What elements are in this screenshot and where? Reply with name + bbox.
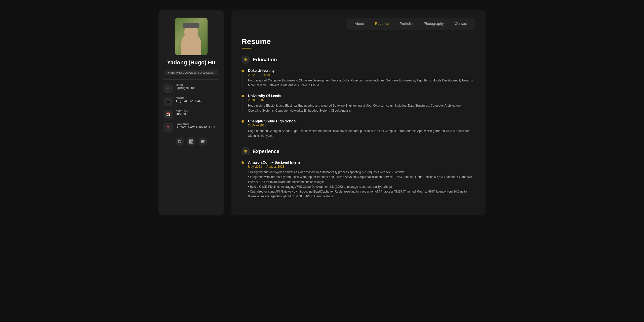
- sidebar: Yadong (Hugo) Hu Web / Mobile Developer …: [158, 10, 224, 215]
- sidebar-role: Web / Mobile Developer | UI Designer: [165, 70, 218, 75]
- edu-institution-1: University Of Leeds: [248, 94, 475, 98]
- education-item-leeds: University Of Leeds 2018 — 2022 Hugo maj…: [242, 94, 475, 113]
- contact-phone: 📱 PHONE +1 (984) 312-9044: [164, 97, 219, 106]
- edu-desc-2: Hugo attended Chengdu Shude High School,…: [248, 129, 475, 138]
- contact-birthday: 📅 BIRTHDAY July, 2000: [164, 110, 219, 119]
- experience-title: Experience: [253, 149, 279, 154]
- edu-desc-0: Hugo majored Computer Engineering (Softw…: [248, 78, 475, 88]
- timeline-dot: [242, 120, 244, 123]
- edu-institution-0: Duke University: [248, 69, 475, 73]
- edu-date-0: 2022 — Present: [248, 73, 475, 77]
- email-icon: ✉: [164, 84, 173, 93]
- education-item-chengdu: Chengdu Shude High School 2015 — 2018 Hu…: [242, 119, 475, 138]
- birthday-label: BIRTHDAY: [176, 110, 189, 112]
- nav-photography[interactable]: Photography: [419, 20, 448, 27]
- experience-header: Experience: [242, 147, 475, 155]
- edu-date-2: 2015 — 2018: [248, 124, 475, 127]
- timeline-dot: [242, 161, 244, 164]
- experience-item-amazon: Amazon.Com – Backend Intern May, 2023 — …: [242, 160, 475, 199]
- contact-location: 📍 LOCATION Durham, North Carolina, USA: [164, 123, 219, 132]
- experience-icon: [242, 147, 250, 155]
- main-content: About Resume Portfolio Photography Conta…: [231, 10, 486, 215]
- title-underline: [242, 48, 252, 49]
- education-header: Education: [242, 56, 475, 64]
- message-icon[interactable]: [199, 137, 207, 146]
- phone-label: PHONE: [176, 97, 200, 99]
- birthday-value: July, 2000: [176, 112, 189, 116]
- edu-date-1: 2018 — 2022: [248, 98, 475, 102]
- education-item-duke: Duke University 2022 — Present Hugo majo…: [242, 69, 475, 88]
- education-icon: [242, 56, 250, 64]
- calendar-icon: 📅: [164, 110, 173, 119]
- social-links: [176, 137, 207, 146]
- contact-email: ✉ EMAIL 0@hugohu.top: [164, 84, 219, 93]
- avatar: [175, 18, 208, 55]
- nav-about[interactable]: About: [350, 20, 369, 27]
- nav-resume[interactable]: Resume: [371, 20, 393, 27]
- edu-desc-1: Hugo majord Electonic and Electrical Eng…: [248, 103, 475, 113]
- timeline-dot: [242, 95, 244, 97]
- exp-desc-0: • Designed and deployed a serverless web…: [248, 170, 475, 199]
- sidebar-divider: [164, 79, 219, 80]
- education-title: Education: [253, 57, 277, 63]
- linkedin-icon[interactable]: [187, 137, 195, 146]
- page-wrapper: Yadong (Hugo) Hu Web / Mobile Developer …: [158, 10, 486, 215]
- location-label: LOCATION: [176, 123, 215, 125]
- sidebar-name: Yadong (Hugo) Hu: [167, 59, 215, 66]
- nav-contact[interactable]: Contact: [450, 20, 471, 27]
- exp-date-0: May, 2023 — August, 2023: [248, 165, 475, 168]
- page-title: Resume: [242, 37, 475, 46]
- timeline-dot: [242, 70, 244, 72]
- github-icon[interactable]: [176, 137, 184, 146]
- location-icon: 📍: [164, 123, 173, 132]
- nav-portfolio[interactable]: Portfolio: [395, 20, 417, 27]
- email-label: EMAIL: [176, 84, 195, 86]
- email-value: 0@hugohu.top: [176, 86, 195, 90]
- location-value: Durham, North Carolina, USA: [176, 125, 215, 129]
- edu-institution-2: Chengdu Shude High School: [248, 119, 475, 123]
- phone-icon: 📱: [164, 97, 173, 106]
- exp-institution-0: Amazon.Com – Backend Intern: [248, 160, 475, 164]
- phone-value: +1 (984) 312-9044: [176, 99, 200, 103]
- nav-bar: About Resume Portfolio Photography Conta…: [346, 18, 475, 30]
- education-section: Education Duke University 2022 — Present…: [242, 56, 475, 138]
- experience-section: Experience Amazon.Com – Backend Intern M…: [242, 147, 475, 199]
